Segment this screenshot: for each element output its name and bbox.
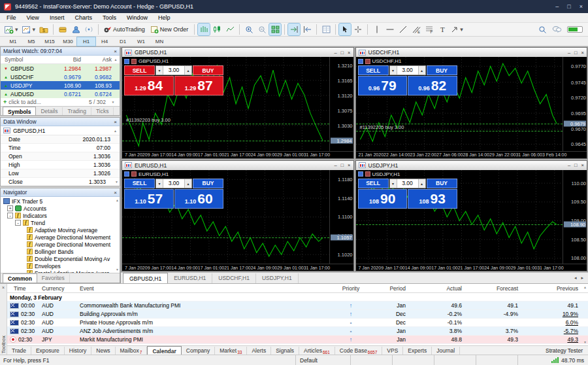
- sell-button[interactable]: SELL: [358, 65, 389, 75]
- tab-mailbox[interactable]: Mailbox7: [116, 347, 148, 355]
- new-order-button[interactable]: New Order: [149, 24, 191, 35]
- tree-item-indicator[interactable]: Average Directional Movement: [1, 234, 120, 241]
- minimize-icon[interactable]: [568, 50, 570, 56]
- menu-charts[interactable]: Charts: [69, 14, 97, 21]
- tree-item-indicator[interactable]: Envelopes: [1, 262, 120, 269]
- tree-item-indicator[interactable]: Average Directional Movement: [1, 241, 120, 248]
- tab-experts[interactable]: Experts: [403, 347, 432, 355]
- vertical-line-tool[interactable]: [371, 24, 383, 35]
- zoom-out-button[interactable]: [256, 24, 268, 35]
- status-connection[interactable]: 48.70 ms: [517, 355, 588, 365]
- menu-file[interactable]: File: [1, 14, 22, 21]
- signals-broadcast-button[interactable]: [83, 24, 95, 35]
- volume-up-icon[interactable]: [184, 179, 191, 188]
- tree-item-indicator[interactable]: Double Exponential Moving Av: [1, 255, 120, 262]
- timeframe-w1[interactable]: W1: [132, 37, 150, 46]
- chart-title-bar[interactable]: GBPUSD,H1: [122, 48, 353, 57]
- buy-button[interactable]: BUY: [427, 65, 457, 75]
- scroll-up-icon[interactable]: [583, 285, 587, 289]
- tab-alerts[interactable]: Alerts: [247, 347, 271, 355]
- tab-trading[interactable]: Trading: [63, 107, 91, 116]
- search-icon[interactable]: [538, 26, 547, 34]
- tab-history[interactable]: History: [65, 347, 91, 355]
- collapse-icon[interactable]: -: [7, 213, 13, 218]
- scroll-down-icon[interactable]: [116, 268, 119, 271]
- volume-value[interactable]: 3.00: [397, 179, 418, 188]
- minimize-icon[interactable]: [334, 50, 336, 56]
- restore-icon[interactable]: [341, 50, 344, 56]
- tile-windows-button[interactable]: [269, 24, 281, 35]
- volume-stepper[interactable]: 3.00: [389, 65, 426, 75]
- chart-shift-button[interactable]: [301, 24, 313, 35]
- scroll-down-icon[interactable]: [115, 180, 120, 184]
- volume-up-icon[interactable]: [184, 66, 191, 75]
- community-button[interactable]: [70, 24, 82, 35]
- cursor-button[interactable]: [339, 24, 351, 35]
- tab-symbols[interactable]: Symbols: [3, 107, 36, 116]
- payments-button[interactable]: [57, 24, 69, 35]
- column-symbol[interactable]: Symbol: [1, 56, 50, 63]
- close-icon[interactable]: [581, 162, 584, 168]
- volume-down-icon[interactable]: [390, 66, 397, 75]
- text-tool[interactable]: T: [436, 24, 448, 35]
- tab-vps[interactable]: VPS: [382, 347, 403, 355]
- strategy-tester-link[interactable]: Strategy Tester: [546, 347, 588, 354]
- scroll-up-icon[interactable]: [116, 198, 119, 202]
- maximize-button[interactable]: [567, 3, 570, 10]
- calendar-row[interactable]: 02:30 AUD Building Approvals m/m Dec -0.…: [7, 310, 588, 319]
- equidistant-channel-tool[interactable]: E: [410, 24, 422, 35]
- volume-value[interactable]: 3.00: [163, 179, 184, 188]
- calendar-row[interactable]: 02:30 AUD Private House Approvals m/m De…: [7, 319, 588, 327]
- chart-title-bar[interactable]: EURUSD,H1: [122, 161, 353, 170]
- tab-favorites[interactable]: Favorites: [37, 274, 70, 283]
- chart-plot-usdjpy[interactable]: USDJPY,H1 SELL 3.00 BUY 10890: [356, 170, 563, 264]
- menu-view[interactable]: View: [22, 14, 44, 21]
- depth-icon[interactable]: [365, 171, 370, 177]
- chart-plot-usdchf[interactable]: USDCHF,H1 SELL 3.00 BUY 0.9679: [356, 57, 563, 151]
- tab-articles[interactable]: Articles661: [299, 347, 335, 355]
- minimize-icon[interactable]: [568, 162, 570, 168]
- close-icon[interactable]: [114, 190, 117, 196]
- column-ask[interactable]: Ask: [81, 56, 112, 63]
- timeframe-m30[interactable]: M30: [59, 37, 77, 46]
- menu-help[interactable]: Help: [153, 14, 176, 21]
- sell-button[interactable]: SELL: [124, 65, 155, 75]
- calendar-row[interactable]: 02:30 AUD ANZ Job Advertisements m/m Jan…: [7, 327, 588, 336]
- depth-icon[interactable]: [131, 171, 137, 177]
- tab-market[interactable]: Market33: [215, 347, 247, 355]
- oneclick-toggle-icon[interactable]: [124, 171, 129, 177]
- tab-codebase[interactable]: Code Base6657: [335, 347, 383, 355]
- buy-button[interactable]: BUY: [193, 65, 223, 75]
- tree-item-accounts[interactable]: +Accounts: [1, 205, 120, 212]
- trendline-tool[interactable]: [397, 24, 409, 35]
- tree-item-indicator[interactable]: Adaptive Moving Average: [1, 226, 120, 234]
- menu-window[interactable]: Window: [122, 14, 153, 21]
- chart-plot-eurusd[interactable]: EURUSD,H1 SELL 3.00 BUY 1.1057: [122, 170, 329, 264]
- timeframe-h1[interactable]: H1: [77, 37, 95, 46]
- sell-price[interactable]: 0.9679: [358, 76, 408, 96]
- oneclick-toggle-icon[interactable]: [124, 59, 129, 64]
- candlestick-button[interactable]: [211, 24, 223, 35]
- volume-up-icon[interactable]: [418, 66, 425, 75]
- scroll-left-icon[interactable]: [574, 275, 577, 281]
- minimize-button[interactable]: [555, 3, 559, 10]
- tab-signals[interactable]: Signals: [271, 347, 299, 355]
- timeframe-m5[interactable]: M5: [22, 37, 41, 46]
- close-icon[interactable]: [348, 162, 350, 168]
- autoscroll-button[interactable]: [288, 24, 300, 35]
- timeframe-m1[interactable]: M1: [4, 37, 22, 46]
- tab-news[interactable]: News: [91, 347, 115, 355]
- buy-price[interactable]: 0.9682: [408, 76, 457, 96]
- tree-item-indicator[interactable]: Fractal Adaptive Moving Avera: [1, 269, 120, 273]
- buy-price[interactable]: 1.1060: [174, 189, 224, 209]
- tree-item-indicators[interactable]: -Indicators: [1, 212, 120, 219]
- close-icon[interactable]: [581, 50, 584, 56]
- timeframe-d1[interactable]: D1: [114, 37, 132, 46]
- chart-tab-eurusd[interactable]: EURUSD,H1: [168, 273, 212, 283]
- sell-price[interactable]: 1.2984: [124, 76, 174, 96]
- tab-trade[interactable]: Trade: [7, 347, 31, 355]
- oneclick-toggle-icon[interactable]: [358, 171, 363, 177]
- close-icon[interactable]: [2, 285, 5, 290]
- scroll-down-icon[interactable]: [583, 340, 587, 344]
- minimize-icon[interactable]: [334, 162, 336, 168]
